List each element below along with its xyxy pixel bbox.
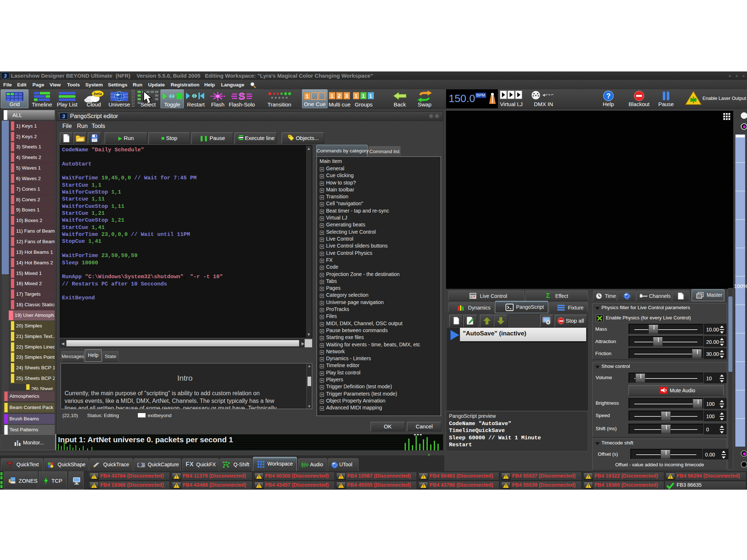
svg-text:1: 1 [306, 93, 309, 99]
svg-text:1: 1 [330, 93, 333, 99]
svg-text:3: 3 [345, 93, 348, 99]
svg-text:1: 1 [355, 93, 357, 99]
svg-text:S: S [239, 91, 245, 102]
svg-text:?: ? [606, 92, 611, 100]
svg-text:1: 1 [369, 93, 372, 99]
svg-text:1: 1 [362, 93, 365, 99]
svg-text:2: 2 [338, 93, 341, 99]
svg-text:beta: beta [94, 92, 102, 96]
